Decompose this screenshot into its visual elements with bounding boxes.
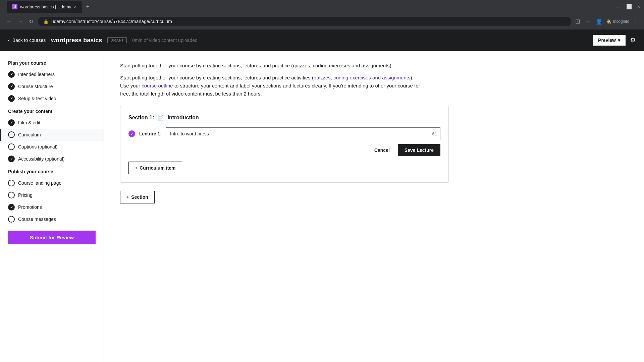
tab-favicon: U xyxy=(12,4,17,9)
forward-button[interactable]: → xyxy=(15,17,25,26)
sidebar-item-film-edit[interactable]: Film & edit xyxy=(0,117,104,129)
extensions-button[interactable]: ⊡ xyxy=(574,16,582,26)
preview-button[interactable]: Preview ▾ xyxy=(592,35,626,46)
incognito-icon: 🕵 xyxy=(606,19,611,24)
preview-label: Preview xyxy=(598,38,616,43)
browser-actions: ⊡ ☆ 👤 🕵 Incognito ⋮ xyxy=(574,16,640,26)
add-section-label: Section xyxy=(131,194,148,200)
preview-chevron-icon: ▾ xyxy=(618,38,620,43)
sidebar-label-setup-test-video: Setup & test video xyxy=(18,96,56,101)
save-lecture-button[interactable]: Save Lecture xyxy=(398,144,440,156)
course-title: wordpress basics xyxy=(51,37,102,44)
lecture-title-input[interactable] xyxy=(166,127,440,140)
menu-button[interactable]: ⋮ xyxy=(632,17,640,26)
draft-badge: DRAFT xyxy=(107,37,127,43)
check-icon-course-structure xyxy=(8,83,15,90)
bookmark-button[interactable]: ☆ xyxy=(584,17,592,26)
sidebar-item-course-landing-page[interactable]: Course landing page xyxy=(0,177,104,189)
lecture-check-icon xyxy=(128,130,135,137)
address-bar[interactable]: 🔒 udemy.com/instructor/course/5784474/ma… xyxy=(38,17,571,26)
sidebar: Plan your course Intended learners Cours… xyxy=(0,51,104,362)
intro2-before: Start putting together your course by cr… xyxy=(120,75,314,80)
check-icon-accessibility xyxy=(8,156,15,162)
active-tab[interactable]: U wordpress basics | Udemy × xyxy=(7,1,82,13)
add-curriculum-label: Curriculum item xyxy=(140,165,175,171)
section-title: Section 1: xyxy=(128,115,154,121)
sidebar-label-accessibility: Accessibility (optional) xyxy=(18,156,65,162)
sidebar-label-course-messages: Course messages xyxy=(18,217,56,222)
document-icon: 📄 xyxy=(157,114,164,121)
minimize-button[interactable]: — xyxy=(615,3,622,11)
check-icon-film-edit xyxy=(8,119,15,126)
char-count: 61 xyxy=(432,131,437,136)
browser-window: U wordpress basics | Udemy × + — ⬜ × ← →… xyxy=(0,0,644,362)
restore-button[interactable]: ⬜ xyxy=(625,3,633,11)
sidebar-label-curriculum: Curriculum xyxy=(18,132,41,137)
lock-icon: 🔒 xyxy=(43,19,49,24)
sidebar-item-intended-learners[interactable]: Intended learners xyxy=(0,68,104,80)
add-curriculum-icon: + xyxy=(135,165,138,171)
close-button[interactable]: × xyxy=(636,3,641,11)
tab-close-button[interactable]: × xyxy=(74,4,76,9)
submit-for-review-button[interactable]: Submit for Review xyxy=(8,231,96,244)
lecture-label: Lecture 1: xyxy=(139,131,162,136)
profile-button[interactable]: 👤 xyxy=(594,17,604,26)
check-icon-captions xyxy=(8,143,15,150)
cancel-button[interactable]: Cancel xyxy=(369,144,395,156)
sidebar-label-pricing: Pricing xyxy=(18,192,33,198)
sidebar-item-course-structure[interactable]: Course structure xyxy=(0,80,104,93)
intro-text-2: Start putting together your course by cr… xyxy=(120,74,422,98)
sidebar-item-course-messages[interactable]: Course messages xyxy=(0,213,104,225)
lecture-input-wrap: 61 xyxy=(166,127,440,140)
check-icon-promotions xyxy=(8,204,15,210)
new-tab-button[interactable]: + xyxy=(83,3,92,10)
main-layout: Plan your course Intended learners Cours… xyxy=(0,51,644,362)
sidebar-label-captions: Captions (optional) xyxy=(18,144,58,149)
lecture-1-row: Lecture 1: 61 xyxy=(128,127,440,140)
content-area: Start putting together your course by cr… xyxy=(104,51,644,362)
back-to-courses-link[interactable]: ‹ Back to courses xyxy=(8,38,46,43)
section-header: Section 1: 📄 Introduction xyxy=(128,114,440,121)
check-icon-pricing xyxy=(8,192,15,198)
add-section-button[interactable]: + Section xyxy=(120,191,155,203)
sidebar-item-accessibility[interactable]: Accessibility (optional) xyxy=(0,153,104,165)
course-outline-link[interactable]: course outline xyxy=(142,83,173,88)
sidebar-label-film-edit: Film & edit xyxy=(18,120,40,125)
address-text: udemy.com/instructor/course/5784474/mana… xyxy=(51,19,172,24)
refresh-button[interactable]: ↻ xyxy=(27,17,35,26)
back-button[interactable]: ← xyxy=(4,17,14,26)
sidebar-item-pricing[interactable]: Pricing xyxy=(0,189,104,201)
quizzes-link[interactable]: quizzes, coding exercises and assignment… xyxy=(314,75,411,80)
check-icon-intended-learners xyxy=(8,71,15,78)
check-icon-curriculum xyxy=(8,131,15,138)
sidebar-label-course-structure: Course structure xyxy=(18,84,53,89)
lecture-actions: Cancel Save Lecture xyxy=(128,144,440,156)
sidebar-item-setup-test-video[interactable]: Setup & test video xyxy=(0,93,104,105)
sidebar-create-section-label: Create your content xyxy=(0,105,104,117)
sidebar-plan-section-label: Plan your course xyxy=(0,56,104,68)
section-1-card: Section 1: 📄 Introduction Lecture 1: 61 xyxy=(120,106,449,183)
check-icon-course-landing-page xyxy=(8,180,15,186)
check-icon-setup-test-video xyxy=(8,95,15,102)
section-name: Introduction xyxy=(167,115,199,121)
sidebar-item-captions[interactable]: Captions (optional) xyxy=(0,141,104,153)
sidebar-label-promotions: Promotions xyxy=(18,204,42,210)
intro-text-1: Start putting together your course by cr… xyxy=(120,62,422,70)
sidebar-item-promotions[interactable]: Promotions xyxy=(0,201,104,213)
sidebar-publish-section-label: Publish your course xyxy=(0,165,104,177)
back-arrow-icon: ‹ xyxy=(8,38,10,43)
tab-title: wordpress basics | Udemy xyxy=(20,4,71,9)
sidebar-label-intended-learners: Intended learners xyxy=(18,72,55,77)
add-curriculum-item-button[interactable]: + Curriculum item xyxy=(128,162,182,174)
settings-button[interactable]: ⚙ xyxy=(630,36,636,44)
sidebar-label-course-landing-page: Course landing page xyxy=(18,180,61,186)
incognito-label: Incognito xyxy=(613,19,629,24)
tab-bar: U wordpress basics | Udemy × + — ⬜ × xyxy=(0,0,644,13)
header-right: Preview ▾ ⚙ xyxy=(592,35,636,46)
address-bar-row: ← → ↻ 🔒 udemy.com/instructor/course/5784… xyxy=(0,13,644,29)
back-to-courses-label: Back to courses xyxy=(12,38,46,43)
app-content: ‹ Back to courses wordpress basics DRAFT… xyxy=(0,29,644,362)
nav-arrows: ← → ↻ xyxy=(4,17,35,26)
sidebar-item-curriculum[interactable]: Curriculum xyxy=(0,129,104,141)
top-header: ‹ Back to courses wordpress basics DRAFT… xyxy=(0,29,644,51)
